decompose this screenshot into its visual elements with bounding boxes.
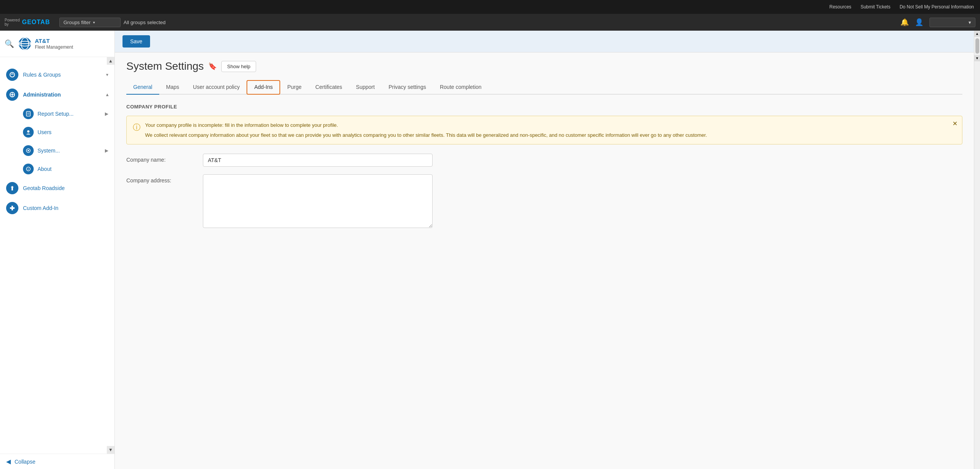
tab-certificates[interactable]: Certificates	[309, 80, 349, 95]
sidebar-item-label-users: Users	[38, 129, 52, 135]
main-scroll-thumb	[975, 38, 979, 54]
do-not-sell-link[interactable]: Do Not Sell My Personal Information	[900, 4, 974, 10]
tabs-bar: General Maps User account policy Add-Ins…	[126, 80, 962, 95]
groups-filter-label: Groups filter	[64, 20, 91, 25]
groups-bar: Poweredby GEOTAB Groups filter ▾ All gro…	[0, 14, 980, 31]
sidebar-item-users[interactable]: Users	[0, 123, 114, 141]
user-dropdown[interactable]: ▾	[929, 18, 975, 27]
rules-groups-icon	[6, 69, 18, 81]
user-dropdown-chevron-icon: ▾	[969, 20, 971, 25]
sidebar-wrapper: 🔍 AT&T Fleet Management ▲	[0, 31, 115, 469]
system-icon	[23, 145, 34, 156]
groups-bar-right: 🔔 👤 ▾	[900, 18, 975, 27]
powered-by-text: Poweredby	[5, 18, 20, 26]
main-scroll-down-button[interactable]: ▼	[974, 55, 980, 61]
groups-filter-button[interactable]: Groups filter ▾	[59, 18, 121, 27]
search-icon[interactable]: 🔍	[5, 39, 14, 48]
sidebar-item-administration[interactable]: Administration ▴	[0, 85, 114, 105]
company-address-textarea[interactable]	[203, 174, 433, 228]
company-name-input[interactable]	[203, 154, 433, 167]
sidebar-scroll-up-button[interactable]: ▲	[107, 57, 114, 65]
sidebar-nav: Rules & Groups ▾ Administration ▴	[0, 65, 114, 446]
svg-point-4	[10, 72, 15, 77]
main-area: Save System Settings 🔖 Show help General…	[115, 31, 974, 469]
svg-point-14	[28, 150, 29, 151]
about-icon: i	[23, 164, 34, 174]
administration-icon	[6, 89, 18, 101]
sidebar-item-report-setup[interactable]: Report Setup... ▶	[0, 105, 114, 123]
save-button[interactable]: Save	[122, 35, 150, 48]
sidebar-item-custom-add-in[interactable]: Custom Add-In	[0, 198, 114, 218]
company-address-row: Company address:	[126, 174, 962, 229]
collapse-icon: ◀	[6, 458, 11, 465]
main-content: System Settings 🔖 Show help General Maps…	[115, 52, 974, 469]
resources-link[interactable]: Resources	[830, 4, 851, 10]
company-address-label: Company address:	[126, 174, 195, 184]
main-scroll-up-button[interactable]: ▲	[974, 31, 980, 37]
main-toolbar: Save	[115, 31, 974, 52]
sidebar-item-label-custom-add-in: Custom Add-In	[23, 205, 108, 211]
sidebar-item-rules-groups[interactable]: Rules & Groups ▾	[0, 65, 114, 85]
custom-add-in-icon	[6, 202, 18, 214]
brand-name: AT&T	[35, 38, 73, 44]
tab-user-account-policy[interactable]: User account policy	[186, 80, 247, 95]
geotab-roadside-icon	[6, 182, 18, 194]
tab-route-completion[interactable]: Route completion	[433, 80, 488, 95]
alert-banner: ⓘ Your company profile is incomplete: fi…	[126, 116, 962, 144]
tab-add-ins[interactable]: Add-Ins	[247, 80, 280, 95]
sidebar-collapse-item[interactable]: ◀ Collapse	[0, 454, 114, 469]
bookmark-icon[interactable]: 🔖	[208, 62, 217, 71]
company-name-input-wrapper	[203, 154, 433, 167]
report-setup-arrow-icon: ▶	[105, 111, 108, 116]
geotab-logo: GEOTAB	[22, 19, 50, 26]
sidebar-item-label-system: System...	[38, 148, 60, 154]
tab-general[interactable]: General	[126, 80, 159, 95]
sidebar-item-label-administration: Administration	[23, 92, 101, 98]
alert-close-button[interactable]: ✕	[952, 120, 957, 127]
page-title-row: System Settings 🔖 Show help	[126, 60, 962, 72]
user-icon[interactable]: 👤	[915, 18, 923, 26]
sidebar-item-label-report-setup: Report Setup...	[38, 111, 74, 117]
tab-purge[interactable]: Purge	[280, 80, 308, 95]
sidebar-item-about[interactable]: i About	[0, 160, 114, 178]
layout: 🔍 AT&T Fleet Management ▲	[0, 31, 980, 469]
section-title: COMPANY PROFILE	[126, 104, 962, 110]
alert-line2: We collect relevant company information …	[145, 131, 956, 139]
alert-info-icon: ⓘ	[133, 122, 140, 139]
brand-sub: Fleet Management	[35, 44, 73, 50]
brand-text: AT&T Fleet Management	[35, 38, 73, 50]
groups-filter-chevron-icon: ▾	[93, 20, 95, 25]
system-arrow-icon: ▶	[105, 148, 108, 153]
collapse-label: Collapse	[15, 459, 35, 465]
sidebar: 🔍 AT&T Fleet Management ▲	[0, 31, 115, 469]
brand-logo: AT&T Fleet Management	[18, 37, 73, 51]
company-name-label: Company name:	[126, 154, 195, 163]
company-address-input-wrapper	[203, 174, 433, 229]
svg-rect-9	[26, 112, 30, 116]
company-name-row: Company name:	[126, 154, 962, 167]
sidebar-header: 🔍 AT&T Fleet Management	[0, 31, 114, 57]
sidebar-item-system[interactable]: System... ▶	[0, 141, 114, 160]
tab-privacy-settings[interactable]: Privacy settings	[382, 80, 433, 95]
svg-point-12	[27, 130, 29, 133]
users-icon	[23, 127, 34, 138]
sidebar-item-label-about: About	[38, 166, 52, 172]
company-profile-section: COMPANY PROFILE ⓘ Your company profile i…	[126, 104, 962, 229]
svg-text:i: i	[28, 167, 29, 171]
alert-text: Your company profile is incomplete: fill…	[145, 121, 956, 139]
rules-groups-chevron-icon: ▾	[106, 72, 108, 77]
sidebar-item-geotab-roadside[interactable]: Geotab Roadside	[0, 178, 114, 198]
administration-chevron-icon: ▴	[106, 92, 108, 97]
sidebar-item-label-rules-groups: Rules & Groups	[23, 72, 101, 78]
top-bar: Resources Submit Tickets Do Not Sell My …	[0, 0, 980, 14]
groups-selected-text: All groups selected	[124, 20, 897, 25]
page-title: System Settings	[126, 60, 204, 72]
sidebar-scroll-down-button[interactable]: ▼	[107, 446, 114, 454]
notification-bell-icon[interactable]: 🔔	[900, 18, 909, 26]
report-setup-icon	[23, 108, 34, 119]
alert-line1: Your company profile is incomplete: fill…	[145, 121, 956, 129]
tab-maps[interactable]: Maps	[159, 80, 186, 95]
show-help-button[interactable]: Show help	[221, 61, 256, 72]
tab-support[interactable]: Support	[349, 80, 382, 95]
submit-tickets-link[interactable]: Submit Tickets	[861, 4, 890, 10]
